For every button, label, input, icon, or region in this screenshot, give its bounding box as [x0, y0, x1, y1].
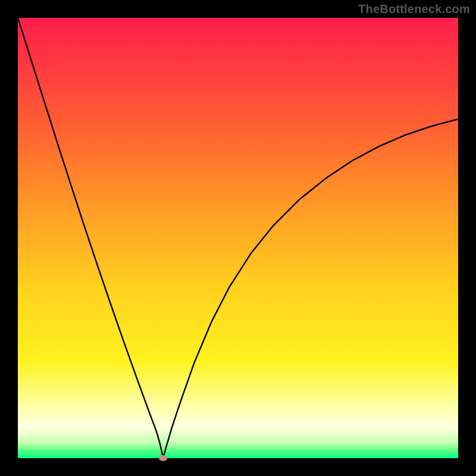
chart-frame: TheBottleneck.com	[0, 0, 476, 476]
plot-background	[18, 18, 458, 458]
bottleneck-chart	[0, 0, 476, 476]
watermark-text: TheBottleneck.com	[358, 2, 470, 16]
bottleneck-marker	[159, 455, 167, 461]
